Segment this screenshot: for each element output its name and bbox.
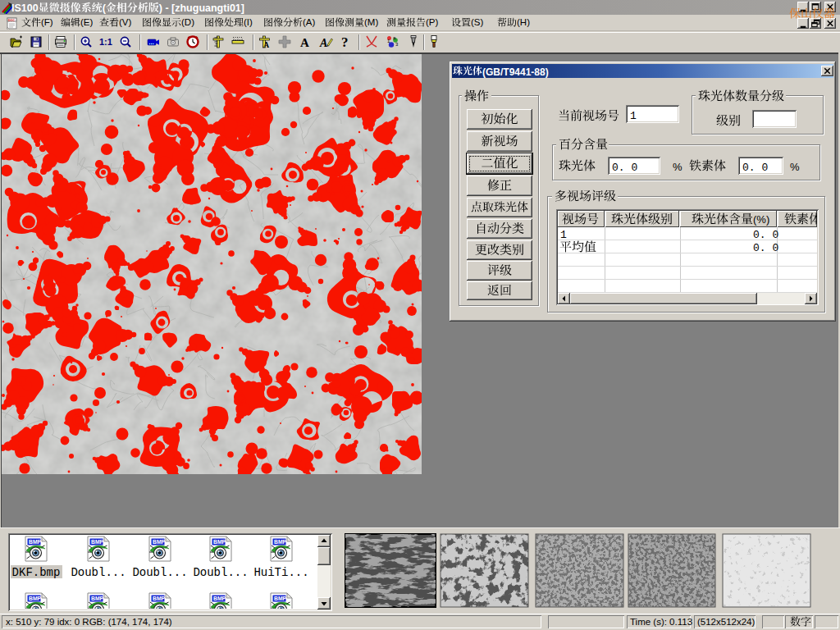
svg-text:0. 0: 0. 0 xyxy=(742,162,768,174)
svg-text:(A): (A) xyxy=(303,17,316,27)
svg-text:IS100: IS100 xyxy=(11,2,39,14)
svg-text:(: ( xyxy=(103,2,107,14)
svg-text:Doubl...: Doubl... xyxy=(132,566,187,579)
svg-text:(V): (V) xyxy=(119,17,132,27)
svg-text:Doubl...: Doubl... xyxy=(193,566,248,579)
svg-text:(F): (F) xyxy=(41,17,53,27)
svg-text:(P): (P) xyxy=(426,17,439,27)
svg-text:(S): (S) xyxy=(471,17,484,27)
svg-text:(D): (D) xyxy=(181,17,194,27)
svg-text:(I): (I) xyxy=(244,17,253,27)
svg-text:1: 1 xyxy=(560,229,567,241)
svg-text:(E): (E) xyxy=(80,17,94,27)
svg-text:Doubl...: Doubl... xyxy=(71,566,126,579)
svg-text:0. 0: 0. 0 xyxy=(753,229,778,241)
svg-text:) - [zhuguangti01]: ) - [zhuguangti01] xyxy=(159,2,244,14)
svg-text:0. 0: 0. 0 xyxy=(612,162,637,174)
svg-text:%: % xyxy=(673,161,682,173)
svg-text:Time (s): 0.113: Time (s): 0.113 xyxy=(630,617,692,627)
svg-text:(GB/T9441-88): (GB/T9441-88) xyxy=(482,66,549,78)
svg-text:(H): (H) xyxy=(517,17,530,27)
svg-text:x: 510 y: 79 idx: 0 RGB: (17: x: 510 y: 79 idx: 0 RGB: (174, 174, 174) xyxy=(6,617,172,627)
svg-text:HuiTi...: HuiTi... xyxy=(253,566,308,579)
svg-text:1: 1 xyxy=(630,110,637,122)
svg-text:0. 0: 0. 0 xyxy=(753,242,778,254)
svg-text:(M): (M) xyxy=(364,17,378,27)
svg-text:(512x512x24): (512x512x24) xyxy=(697,617,755,627)
svg-text:%: % xyxy=(790,161,800,173)
svg-text:DKF.bmp: DKF.bmp xyxy=(12,566,61,579)
svg-text:(%): (%) xyxy=(753,213,769,226)
